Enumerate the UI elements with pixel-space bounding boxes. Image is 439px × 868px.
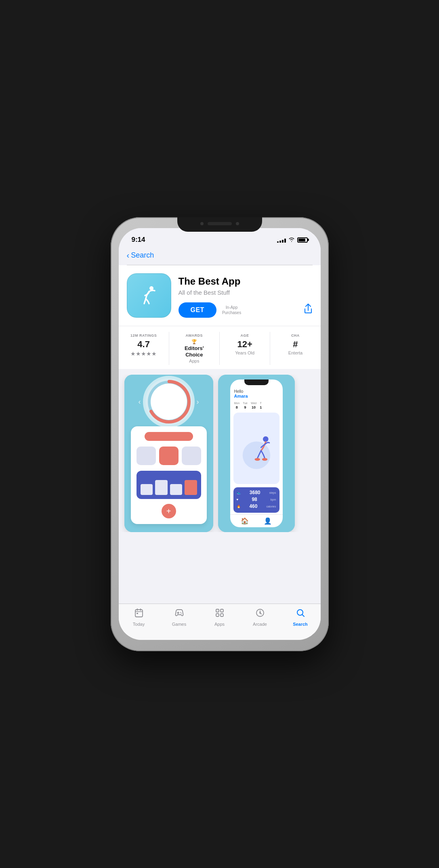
arcade-icon: [255, 608, 265, 620]
tab-today[interactable]: Today: [119, 608, 159, 627]
sc2-home-icon: 🏠: [241, 517, 249, 525]
svg-point-16: [180, 612, 181, 613]
sc2-steps-unit: steps: [269, 491, 276, 494]
svg-rect-9: [135, 610, 143, 617]
svg-point-8: [262, 458, 267, 461]
phone-notch: [177, 217, 262, 232]
back-button[interactable]: ‹ Search: [127, 251, 154, 260]
sc1-dial: ‹ ›: [143, 383, 195, 421]
svg-point-3: [151, 384, 187, 420]
wifi-icon: [288, 237, 295, 243]
age-label: AGE: [241, 333, 249, 338]
sc1-bar-1: [141, 484, 153, 495]
games-label: Games: [172, 622, 186, 627]
sc2-bpm-value: 98: [252, 497, 257, 502]
svg-rect-19: [221, 609, 223, 612]
tab-apps[interactable]: Apps: [200, 608, 240, 627]
today-icon: [134, 608, 143, 620]
app-icon: [127, 273, 171, 318]
sensor-dot: [236, 222, 239, 225]
search-label: Search: [293, 622, 308, 627]
speaker: [208, 222, 232, 225]
sc2-cal-thu: T 1: [260, 402, 262, 409]
sc2-steps-value: 3680: [250, 490, 260, 495]
sc2-stat-bpm: ♥ 98 bpm: [237, 497, 276, 502]
svg-point-23: [259, 612, 261, 614]
sc1-boxes: [137, 447, 201, 465]
back-label: Search: [131, 251, 154, 260]
signal-icon: [277, 237, 286, 243]
svg-rect-18: [216, 609, 219, 612]
app-header: The Best App All of the Best Stuff GET I…: [119, 265, 321, 326]
app-info: The Best App All of the Best Stuff GET I…: [179, 273, 313, 318]
chart-value: #: [293, 339, 298, 350]
svg-point-17: [181, 613, 182, 614]
svg-rect-13: [137, 613, 138, 614]
search-icon: [296, 608, 305, 620]
app-icon-svg: [137, 283, 161, 308]
sc2-calories-value: 460: [249, 503, 257, 509]
stat-chart: CHA # Enterta: [270, 332, 320, 365]
sc2-user-name: Amara: [234, 394, 279, 398]
share-button[interactable]: [304, 304, 313, 317]
apps-label: Apps: [214, 622, 225, 627]
sc1-box-left: [137, 447, 156, 465]
sc1-ring-svg: [143, 375, 195, 428]
sc1-card: +: [131, 426, 207, 524]
sc1-arrow-left[interactable]: ‹: [139, 398, 141, 406]
notch-details: [200, 222, 239, 225]
sc2-phone-frame: Hello Amara Mon 8 Tue: [230, 379, 283, 527]
sc1-add-button[interactable]: +: [162, 504, 176, 518]
sc2-profile-icon: 👤: [264, 517, 272, 525]
ratings-stars: ★★★★★: [130, 350, 157, 357]
screenshot-2: Hello Amara Mon 8 Tue: [218, 375, 295, 532]
today-label: Today: [133, 622, 145, 627]
svg-point-0: [149, 286, 153, 290]
sc1-progress-bar: [145, 432, 193, 441]
screenshots-container[interactable]: ‹ ›: [119, 375, 321, 532]
sc1-box-center: [159, 447, 179, 465]
tab-games[interactable]: Games: [159, 608, 200, 627]
tab-arcade[interactable]: Arcade: [240, 608, 280, 627]
status-icons: [277, 237, 308, 243]
svg-rect-21: [221, 614, 223, 616]
sc2-stats-panel: 👟 3680 steps ♥ 98 bpm: [233, 487, 279, 513]
svg-point-5: [242, 442, 270, 469]
sc2-cal-mon: Mon 8: [234, 402, 240, 409]
nav-header: ‹ Search: [119, 247, 321, 265]
stat-age: AGE 12+ Years Old: [220, 332, 270, 365]
sc2-bpm-unit: bpm: [271, 498, 276, 501]
screenshots-section: ‹ ›: [119, 369, 321, 538]
app-title: The Best App: [179, 276, 313, 287]
sc2-cal-tue: Tue 9: [243, 402, 248, 409]
screenshot-1-content: ‹ ›: [124, 375, 213, 532]
tab-search[interactable]: Search: [280, 608, 321, 627]
age-value: 12+: [237, 339, 252, 350]
svg-point-6: [263, 436, 268, 442]
sc1-chart: [137, 471, 201, 499]
stat-awards: AWARDS 🏆 Editors'Choice Apps: [169, 332, 220, 365]
sc2-calendar: Mon 8 Tue 9 Wed 10: [230, 400, 283, 411]
sc1-bar-2: [155, 480, 168, 495]
chart-label: CHA: [291, 333, 300, 338]
svg-line-25: [302, 615, 304, 617]
stats-row: 12M RATINGS 4.7 ★★★★★ AWARDS 🏆 Editors'C…: [119, 326, 321, 369]
sc2-notch: [244, 379, 269, 385]
awards-label: AWARDS: [186, 333, 203, 338]
sc1-arrow-right[interactable]: ›: [197, 398, 199, 406]
back-chevron-icon: ‹: [127, 251, 130, 260]
sc2-hello-text: Hello: [234, 389, 279, 394]
laurel-icon: 🏆: [191, 339, 197, 344]
stat-ratings: 12M RATINGS 4.7 ★★★★★: [119, 332, 169, 365]
chart-sub: Enterta: [288, 350, 302, 355]
app-actions: GET In-AppPurchases: [179, 302, 313, 318]
phone-screen: 9:14: [119, 228, 321, 640]
app-subtitle: All of the Best Stuff: [179, 289, 313, 296]
sc2-home-row: 🏠 👤: [230, 514, 283, 527]
sc1-bar-3: [170, 484, 183, 495]
camera-dot: [200, 222, 204, 225]
apps-icon: [215, 608, 225, 620]
games-icon: [174, 608, 184, 620]
svg-rect-20: [216, 614, 219, 616]
get-button[interactable]: GET: [179, 302, 216, 318]
